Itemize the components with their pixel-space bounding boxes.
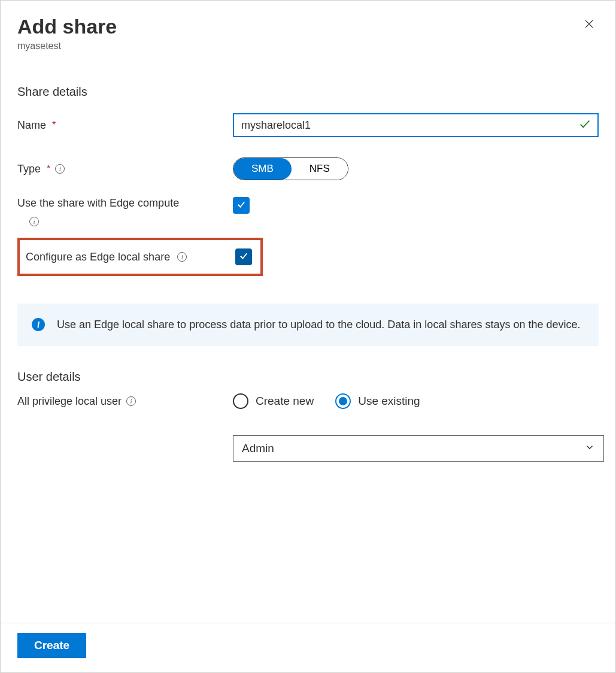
required-asterisk: *: [52, 120, 56, 131]
type-toggle-group: SMB NFS: [233, 157, 348, 180]
create-button[interactable]: Create: [17, 633, 86, 658]
edge-compute-label: Use the share with Edge compute: [17, 197, 179, 210]
info-icon[interactable]: i: [55, 164, 65, 174]
edge-compute-checkbox[interactable]: [233, 197, 250, 214]
info-banner: i Use an Edge local share to process dat…: [17, 304, 599, 346]
info-icon[interactable]: i: [29, 217, 39, 226]
radio-existing-label: Use existing: [358, 395, 420, 408]
user-select-value: Admin: [242, 442, 274, 455]
name-label: Name: [17, 119, 46, 132]
type-label: Type: [17, 163, 41, 175]
info-banner-text: Use an Edge local share to process data …: [57, 317, 581, 333]
page-subtitle: myasetest: [17, 41, 117, 51]
edge-local-highlight: Configure as Edge local share i: [17, 238, 263, 276]
chevron-down-icon: [584, 442, 595, 456]
type-option-smb[interactable]: SMB: [233, 158, 292, 180]
check-icon: [238, 250, 249, 263]
radio-use-existing[interactable]: Use existing: [335, 393, 420, 409]
close-icon: [584, 19, 594, 31]
user-select[interactable]: Admin: [233, 435, 604, 462]
info-banner-icon: i: [32, 318, 45, 331]
edge-local-label: Configure as Edge local share: [26, 251, 170, 263]
page-title: Add share: [17, 15, 117, 38]
name-input[interactable]: [233, 113, 599, 137]
share-details-heading: Share details: [17, 85, 599, 99]
radio-icon: [335, 393, 351, 409]
edge-local-checkbox[interactable]: [235, 248, 252, 265]
radio-icon: [233, 393, 248, 409]
info-icon[interactable]: i: [177, 252, 187, 262]
info-icon[interactable]: i: [126, 396, 136, 406]
user-details-heading: User details: [17, 370, 599, 384]
type-option-nfs[interactable]: NFS: [292, 158, 348, 180]
required-asterisk: *: [47, 163, 50, 174]
radio-create-label: Create new: [256, 395, 314, 408]
valid-check-icon: [578, 117, 591, 133]
radio-create-new[interactable]: Create new: [233, 393, 314, 409]
close-button[interactable]: [579, 15, 599, 34]
privilege-user-label: All privilege local user: [17, 395, 122, 408]
check-icon: [236, 199, 247, 212]
